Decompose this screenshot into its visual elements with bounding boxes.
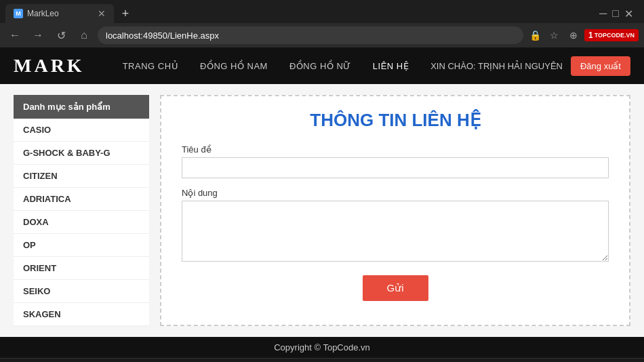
sidebar-item-casio[interactable]: CASIO: [14, 119, 149, 142]
taskbar: 🔍 ⊞ 📁 🌐 C:\ ⬡ 📊 🔷 🌍 ⚙ 📝: [0, 358, 644, 362]
form-submit-area: Gửi: [182, 275, 609, 301]
tab-bar: M MarkLeo ✕ + ─ □ ✕: [0, 0, 644, 23]
submit-button[interactable]: Gửi: [363, 275, 428, 301]
lock-icon: 🔒: [527, 27, 544, 43]
noi-dung-label: Nội dung: [182, 188, 609, 198]
site-logo[interactable]: MARK: [14, 55, 85, 77]
nav-links: TRANG CHỦ ĐỒNG HỒ NAM ĐỒNG HỒ NỮ LIÊN HỆ: [112, 47, 431, 84]
sidebar-item-citizen[interactable]: CITIZEN: [14, 165, 149, 188]
minimize-btn[interactable]: ─: [599, 7, 607, 20]
address-input[interactable]: [98, 26, 523, 44]
address-bar: ← → ↺ ⌂ 🔒 ☆ ⊕ 1 TOPCODE.VN: [0, 23, 644, 47]
tieu-de-group: Tiêu đề: [182, 144, 609, 178]
browser-chrome: M MarkLeo ✕ + ─ □ ✕ ← → ↺ ⌂ 🔒 ☆ ⊕ 1 TOPC…: [0, 0, 644, 47]
topcode-badge: 1 TOPCODE.VN: [584, 29, 639, 41]
nav-header: MARK TRANG CHỦ ĐỒNG HỒ NAM ĐỒNG HỒ NỮ LI…: [0, 47, 644, 84]
noi-dung-group: Nội dung: [182, 188, 609, 264]
nav-user-greeting: XIN CHÀO: TRỊNH HẢI NGUYÊN: [430, 61, 563, 71]
sidebar-item-doxa[interactable]: DOXA: [14, 211, 149, 234]
logout-button[interactable]: Đăng xuất: [571, 56, 630, 76]
page-footer: Copyright © TopCode.vn: [0, 337, 644, 358]
footer-text: Copyright © TopCode.vn: [274, 342, 370, 353]
nav-link-lien-he[interactable]: LIÊN HỆ: [362, 47, 420, 84]
new-tab-button[interactable]: +: [117, 5, 134, 22]
sidebar: Danh mục sản phẩm CASIO G-SHOCK & BABY-G…: [14, 95, 149, 326]
address-right-icons: 🔒 ☆ ⊕ 1 TOPCODE.VN: [527, 27, 639, 43]
sidebar-item-gshock[interactable]: G-SHOCK & BABY-G: [14, 142, 149, 165]
sidebar-header: Danh mục sản phẩm: [14, 95, 149, 119]
sidebar-item-adriatica[interactable]: ADRIATICA: [14, 188, 149, 211]
browser-tab[interactable]: M MarkLeo ✕: [5, 4, 114, 23]
contact-form: TopCode.vn THÔNG TIN LIÊN HỆ Tiêu đề Nội…: [160, 95, 630, 326]
tieu-de-input[interactable]: [182, 157, 609, 178]
tab-title: MarkLeo: [27, 9, 59, 18]
sidebar-item-op[interactable]: OP: [14, 234, 149, 257]
home-button[interactable]: ⌂: [75, 26, 94, 45]
sidebar-item-seiko[interactable]: SEIKO: [14, 280, 149, 303]
back-button[interactable]: ←: [5, 26, 24, 45]
page-content: MARK TRANG CHỦ ĐỒNG HỒ NAM ĐỒNG HỒ NỮ LI…: [0, 47, 644, 358]
tab-close-btn[interactable]: ✕: [98, 8, 106, 19]
sidebar-item-orient[interactable]: ORIENT: [14, 257, 149, 280]
nav-link-trang-chu[interactable]: TRANG CHỦ: [112, 47, 189, 84]
noi-dung-textarea[interactable]: [182, 201, 609, 262]
maximize-btn[interactable]: □: [612, 7, 619, 20]
close-btn[interactable]: ✕: [624, 7, 633, 20]
topcode-label: TOPCODE.VN: [595, 32, 635, 39]
refresh-button[interactable]: ↺: [52, 26, 71, 45]
nav-link-dong-ho-nam[interactable]: ĐỒNG HỒ NAM: [189, 47, 279, 84]
forward-button[interactable]: →: [28, 26, 47, 45]
form-title: THÔNG TIN LIÊN HỆ: [182, 110, 609, 131]
tab-favicon: M: [14, 9, 23, 18]
main-area: Danh mục sản phẩm CASIO G-SHOCK & BABY-G…: [0, 84, 644, 337]
nav-link-dong-ho-nu[interactable]: ĐỒNG HỒ NỮ: [279, 47, 362, 84]
tieu-de-label: Tiêu đề: [182, 144, 609, 155]
sidebar-item-skagen[interactable]: SKAGEN: [14, 303, 149, 326]
extension-icon[interactable]: ⊕: [565, 27, 582, 43]
star-icon[interactable]: ☆: [546, 27, 563, 43]
